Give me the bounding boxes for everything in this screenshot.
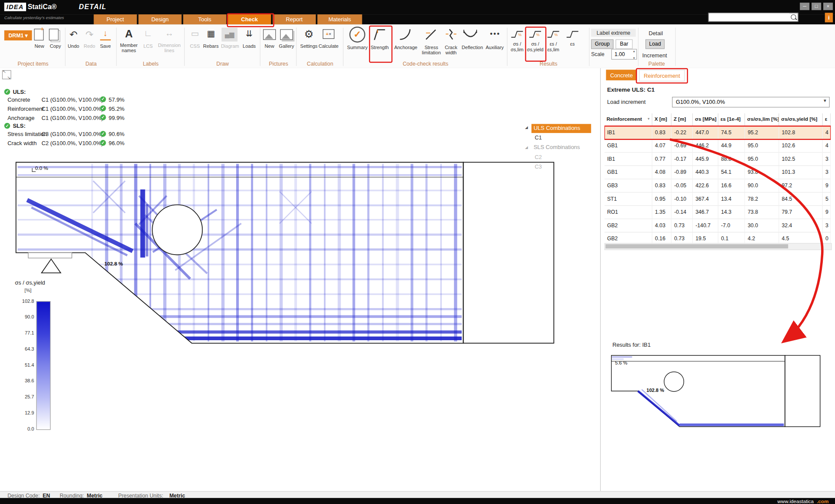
tab-project[interactable]: Project <box>94 14 137 24</box>
tab-check[interactable]: Check <box>228 14 271 24</box>
tree-item-c3[interactable]: C3 <box>534 163 541 170</box>
model-canvas[interactable] <box>13 159 557 347</box>
table-cell: 4 <box>823 126 831 139</box>
group-label-labels: Labels <box>117 61 184 66</box>
search-box[interactable] <box>708 13 798 22</box>
anchorage-label: Anchorage <box>392 45 420 50</box>
calculate-icon[interactable]: +× <box>323 29 334 39</box>
loads-icon[interactable]: ⇊ <box>243 29 255 39</box>
table-row[interactable]: GB14.08-0.89440.354.193.8101.33 <box>605 166 831 179</box>
column-header[interactable]: Z [m] <box>671 113 693 126</box>
column-header[interactable]: σs [MPa] <box>693 113 718 126</box>
gallery-icon[interactable] <box>280 29 293 40</box>
calculate-label: Calculate <box>315 43 342 49</box>
auxiliary-dots-icon[interactable]: ••• <box>486 30 505 38</box>
website-tld[interactable]: .com <box>817 498 828 504</box>
legend-tick-label: 51.4 <box>13 362 34 368</box>
anchorage-icon[interactable] <box>398 28 412 42</box>
rebars-icon[interactable]: ▦ <box>204 29 217 39</box>
bottom-strip: www.ideastatica .com <box>0 498 835 504</box>
column-header[interactable]: εs [1e-4] <box>718 113 745 126</box>
column-header[interactable]: σs/σs,yield [%] <box>779 113 822 126</box>
diagram-icon[interactable]: ▄▆ <box>221 28 237 42</box>
table-cell: -0.10 <box>671 192 693 205</box>
strength-icon[interactable] <box>373 28 387 42</box>
tagline: Calculate yesterday's estimates <box>4 16 64 20</box>
redo-icon[interactable]: ↷ <box>83 29 96 40</box>
spinner-down-icon[interactable]: ▾ <box>633 56 635 60</box>
sls-row-combo: C2 (G100.0%, V100.0%) <box>42 140 104 146</box>
tab-tools[interactable]: Tools <box>183 14 226 24</box>
scale-spinner[interactable]: 1.00 ▴ ▾ <box>611 49 637 60</box>
lcs-icon[interactable]: ∟ <box>142 29 154 38</box>
eps-lim-icon[interactable]: % <box>546 29 560 38</box>
column-header[interactable]: X [m] <box>652 113 671 126</box>
info-button[interactable]: i <box>825 13 833 22</box>
maximize-button[interactable]: □ <box>812 3 821 10</box>
summary-icon[interactable]: ✓ <box>349 27 365 43</box>
table-row[interactable]: GB30.83-0.05422.616.690.097.29 <box>605 179 831 193</box>
table-row[interactable]: IB10.77-0.17445.988.895.0102.53 <box>605 153 831 166</box>
sigma-yield-icon[interactable]: % <box>528 29 542 38</box>
member-names-icon[interactable]: A <box>121 28 136 40</box>
table-row[interactable]: GB24.030.73-140.7-7.030.032.43 <box>605 219 831 232</box>
table-row[interactable]: ST10.95-0.10367.413.478.284.55 <box>605 192 831 206</box>
label-extreme-group-button[interactable]: Group <box>591 40 613 49</box>
mini-result-canvas[interactable] <box>610 350 823 430</box>
table-cell: 3 <box>823 219 831 232</box>
table-cell: -0.69 <box>671 139 693 152</box>
sigma-lim-icon[interactable]: % <box>510 29 524 38</box>
tree-item-uls-combinations[interactable]: ULS Combinations <box>531 124 591 133</box>
tree-item-c2[interactable]: C2 <box>534 154 541 160</box>
check-icon: ✓ <box>100 96 106 102</box>
column-header[interactable]: σs/σs,lim [%] <box>745 113 779 126</box>
search-input[interactable] <box>710 13 789 21</box>
table-cell: 4 <box>823 139 831 152</box>
eps-icon[interactable] <box>565 29 579 38</box>
label-extreme-bar-button[interactable]: Bar <box>616 40 633 49</box>
palette-load[interactable]: Load <box>645 40 665 49</box>
crack-width-icon[interactable] <box>444 28 458 42</box>
column-header[interactable]: ε <box>823 113 831 126</box>
new-picture-icon[interactable] <box>263 29 276 40</box>
stress-limitation-icon[interactable] <box>424 28 438 42</box>
sls-row-label: Crack width <box>7 140 37 146</box>
load-increment-dropdown[interactable]: G100.0%, V100.0% ▼ <box>672 97 829 107</box>
settings-gear-icon[interactable]: ⚙ <box>301 28 316 40</box>
website-link[interactable]: www.ideastatica <box>778 498 814 504</box>
undo-icon[interactable]: ↶ <box>67 29 80 40</box>
table-row[interactable]: IB10.83-0.22447.074.595.2102.84 <box>605 126 831 139</box>
css-icon[interactable]: ▭ <box>188 29 201 39</box>
tree-item-c1[interactable]: C1 <box>534 134 541 141</box>
scrollbar-thumb[interactable] <box>605 244 788 249</box>
table-cell: -0.05 <box>671 179 693 192</box>
horizontal-scrollbar[interactable] <box>605 243 832 250</box>
summary-label: Summary <box>344 45 371 50</box>
palette-detail[interactable]: Detail <box>648 30 663 36</box>
panel-tab-concrete[interactable]: Concrete <box>606 70 637 80</box>
project-item-selector[interactable]: DRM1 ▾ <box>4 30 32 40</box>
spinner-up-icon[interactable]: ▴ <box>633 49 635 53</box>
deflection-icon[interactable] <box>462 28 478 42</box>
tab-design[interactable]: Design <box>138 14 181 24</box>
table-row[interactable]: GB14.07-0.69446.244.995.0102.64 <box>605 139 831 153</box>
tab-report[interactable]: Report <box>273 14 316 24</box>
column-header[interactable]: Reinforcement▼ <box>605 113 652 126</box>
table-cell: 102.8 <box>779 126 822 139</box>
minimize-button[interactable]: ─ <box>800 3 809 10</box>
close-button[interactable]: × <box>823 3 833 10</box>
dimension-lines-label: Dimension lines <box>156 43 184 53</box>
tree-expander-icon[interactable]: ◢ <box>525 145 528 149</box>
tab-materials[interactable]: Materials <box>317 14 362 24</box>
table-row[interactable]: RO11.35-0.14346.714.373.879.79 <box>605 206 831 219</box>
palette-increment[interactable]: Increment <box>642 52 667 59</box>
save-icon[interactable]: ↓ <box>100 29 110 40</box>
fit-view-icon[interactable]: ↖ ↘ <box>2 70 11 80</box>
filter-icon[interactable]: ▼ <box>647 117 650 120</box>
panel-tab-reinforcement[interactable]: Reinforcement <box>639 70 685 81</box>
tree-expander-icon[interactable]: ◢ <box>525 126 528 130</box>
search-icon[interactable] <box>791 14 796 20</box>
dimension-lines-icon[interactable]: ↔ <box>161 29 178 38</box>
tree-item-sls-combinations[interactable]: SLS Combinations <box>531 144 580 150</box>
table-cell: -0.17 <box>671 153 693 165</box>
